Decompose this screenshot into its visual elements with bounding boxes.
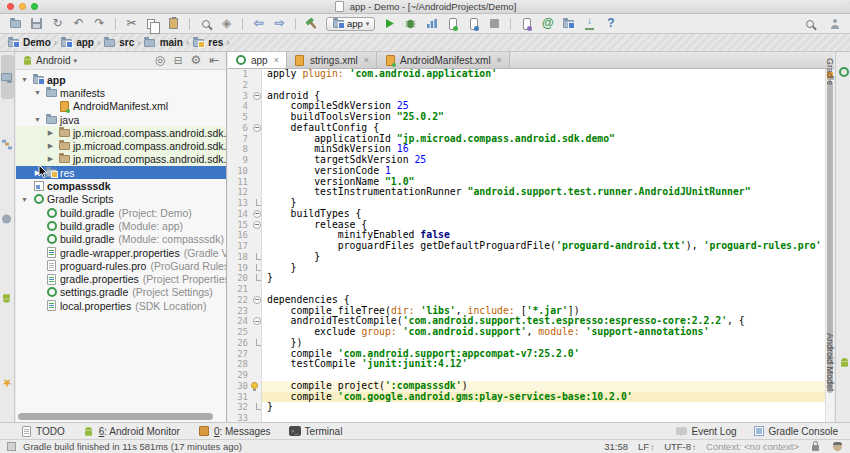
line-number[interactable]: 19 bbox=[228, 263, 252, 274]
line-number[interactable]: 25 bbox=[228, 327, 252, 338]
expanded-arrow-icon[interactable]: ▼ bbox=[31, 89, 44, 96]
undo-button[interactable]: ↶ bbox=[69, 15, 88, 32]
line-number[interactable]: 3 bbox=[228, 91, 252, 102]
code-line-32[interactable]: 32} bbox=[228, 402, 834, 413]
tree-item-jp-microad-compass-android-sdk-d[interactable]: ▶jp.microad.compass.android.sdk.d bbox=[16, 126, 226, 139]
line-number[interactable]: 10 bbox=[228, 166, 252, 177]
fold-marker-icon[interactable] bbox=[252, 316, 262, 327]
code-line-12[interactable]: 12 testInstrumentationRunner "android.su… bbox=[228, 187, 834, 198]
settings-button[interactable]: ⚙ bbox=[189, 54, 203, 67]
copy-button[interactable] bbox=[143, 15, 162, 32]
fold-marker-icon[interactable] bbox=[252, 252, 262, 263]
tool-window-button-todo[interactable]: TODO bbox=[20, 426, 65, 437]
tool-button-captures[interactable]: Captures bbox=[1, 198, 14, 241]
tool-button-android-model[interactable]: Android Model bbox=[837, 330, 850, 394]
line-number[interactable]: 4 bbox=[228, 101, 252, 112]
fold-marker-icon[interactable] bbox=[252, 402, 262, 413]
collapsed-arrow-icon[interactable]: ▶ bbox=[44, 142, 57, 150]
line-number[interactable]: 23 bbox=[228, 306, 252, 317]
line-number[interactable]: 28 bbox=[228, 359, 252, 370]
tool-window-button-messages[interactable]: 0: Messages bbox=[198, 426, 271, 437]
fold-marker-icon[interactable] bbox=[252, 123, 262, 134]
breadcrumb-res[interactable]: res bbox=[192, 37, 223, 48]
open-file-button[interactable] bbox=[6, 15, 25, 32]
stop-button[interactable] bbox=[485, 15, 504, 32]
sdk-manager-button[interactable] bbox=[580, 15, 599, 32]
line-number[interactable]: 2 bbox=[228, 80, 252, 91]
search-everywhere-button[interactable] bbox=[800, 15, 819, 32]
line-number[interactable]: 26 bbox=[228, 338, 252, 349]
project-structure-button[interactable] bbox=[559, 15, 578, 32]
help-button[interactable]: ? bbox=[601, 15, 620, 32]
toggle-tool-buttons-icon[interactable] bbox=[7, 442, 16, 451]
navigate-forward-button[interactable]: ⇨ bbox=[270, 15, 289, 32]
editor-tab-app[interactable]: app× bbox=[228, 52, 287, 68]
code-line-18[interactable]: 18 } bbox=[228, 252, 834, 263]
tool-window-button-android-monitor[interactable]: 6: Android Monitor bbox=[83, 426, 180, 437]
caret-position[interactable]: 31:58 bbox=[604, 441, 628, 452]
debug-button[interactable] bbox=[401, 15, 420, 32]
expanded-arrow-icon[interactable]: ▼ bbox=[31, 116, 44, 123]
profile-button[interactable] bbox=[422, 15, 441, 32]
tree-item-jp-microad-compass-android-sdk-d[interactable]: ▶jp.microad.compass.android.sdk.d bbox=[16, 139, 226, 152]
tree-item-gradle-wrapper-properties[interactable]: gradle-wrapper.properties(Gradle Ver bbox=[16, 246, 226, 259]
line-number[interactable]: 33 bbox=[228, 413, 252, 422]
user-profile-button[interactable] bbox=[825, 15, 844, 32]
zoom-window-button[interactable] bbox=[31, 3, 38, 10]
line-number[interactable]: 5 bbox=[228, 112, 252, 123]
lock-icon[interactable] bbox=[809, 442, 821, 451]
line-number[interactable]: 6 bbox=[228, 123, 252, 134]
avd-manager-button[interactable] bbox=[443, 15, 462, 32]
tree-item-java[interactable]: ▼java bbox=[16, 113, 226, 126]
fold-marker-icon[interactable] bbox=[252, 338, 262, 349]
project-horizontal-scrollbar[interactable] bbox=[18, 413, 221, 421]
tree-item-androidmanifest-xml[interactable]: AndroidManifest.xml bbox=[16, 100, 226, 113]
code-line-20[interactable]: 20} bbox=[228, 273, 834, 284]
fold-marker-icon[interactable] bbox=[252, 220, 262, 231]
code-line-1[interactable]: 1apply plugin: 'com.android.application' bbox=[228, 69, 834, 80]
tree-item-local-properties[interactable]: local.properties(SDK Location) bbox=[16, 299, 226, 312]
close-tab-icon[interactable]: × bbox=[497, 55, 502, 65]
line-number[interactable]: 1 bbox=[228, 69, 252, 80]
line-separator-select[interactable]: LF↕ bbox=[638, 441, 654, 452]
tree-item-proguard-rules-pro[interactable]: proguard-rules.pro(ProGuard Rules fo bbox=[16, 259, 226, 272]
close-window-button[interactable] bbox=[7, 3, 14, 10]
code-line-19[interactable]: 19 } bbox=[228, 263, 834, 274]
tree-item-build-gradle[interactable]: build.gradle(Project: Demo) bbox=[16, 206, 226, 219]
close-tab-icon[interactable]: × bbox=[364, 55, 369, 65]
tool-button-7-structure[interactable]: 7: Structure bbox=[1, 118, 14, 171]
tree-item-compasssdk[interactable]: compasssdk bbox=[16, 179, 226, 192]
code-line-28[interactable]: 28 testCompile 'junit:junit:4.12' bbox=[228, 359, 834, 370]
tool-button-build-variants[interactable]: Build Variants bbox=[1, 268, 14, 329]
editor-tab-androidmanifest-xml[interactable]: AndroidManifest.xml× bbox=[377, 52, 510, 68]
fold-marker-icon[interactable] bbox=[252, 263, 262, 274]
attach-to-process-button[interactable] bbox=[517, 15, 536, 32]
redo-button[interactable]: ↷ bbox=[90, 15, 109, 32]
line-number[interactable]: 22 bbox=[228, 295, 252, 306]
fold-marker-icon[interactable] bbox=[252, 295, 262, 306]
code-line-33[interactable]: 33 bbox=[228, 413, 834, 422]
tool-window-button-terminal[interactable]: ›_Terminal bbox=[289, 426, 343, 437]
line-number[interactable]: 13 bbox=[228, 198, 252, 209]
scroll-to-source-button[interactable]: ◎ bbox=[153, 54, 167, 67]
navigate-back-button[interactable]: ⇦ bbox=[249, 15, 268, 32]
tree-item-gradle-scripts[interactable]: ▼Gradle Scripts bbox=[16, 193, 226, 206]
line-number[interactable]: 31 bbox=[228, 392, 252, 403]
breadcrumb-Demo[interactable]: Demo bbox=[7, 37, 51, 48]
scrollbar-thumb[interactable] bbox=[18, 413, 213, 420]
line-number[interactable]: 8 bbox=[228, 144, 252, 155]
code-editor[interactable]: 1apply plugin: 'com.android.application'… bbox=[228, 69, 834, 422]
collapsed-arrow-icon[interactable]: ▶ bbox=[44, 129, 57, 137]
collapsed-arrow-icon[interactable]: ▶ bbox=[44, 155, 57, 163]
run-configuration-select[interactable]: app▾ bbox=[326, 17, 375, 31]
breadcrumb-src[interactable]: src bbox=[103, 37, 134, 48]
line-number[interactable]: 9 bbox=[228, 155, 252, 166]
tree-item-settings-gradle[interactable]: settings.gradle(Project Settings) bbox=[16, 286, 226, 299]
line-number[interactable]: 21 bbox=[228, 284, 252, 295]
line-number[interactable]: 14 bbox=[228, 209, 252, 220]
tree-item-build-gradle[interactable]: build.gradle(Module: app) bbox=[16, 219, 226, 232]
tree-item-build-gradle[interactable]: build.gradle(Module: compasssdk) bbox=[16, 233, 226, 246]
inspection-profile-icon[interactable] bbox=[831, 442, 843, 451]
close-tab-icon[interactable]: × bbox=[274, 55, 279, 65]
breadcrumb-app[interactable]: app bbox=[60, 37, 94, 48]
